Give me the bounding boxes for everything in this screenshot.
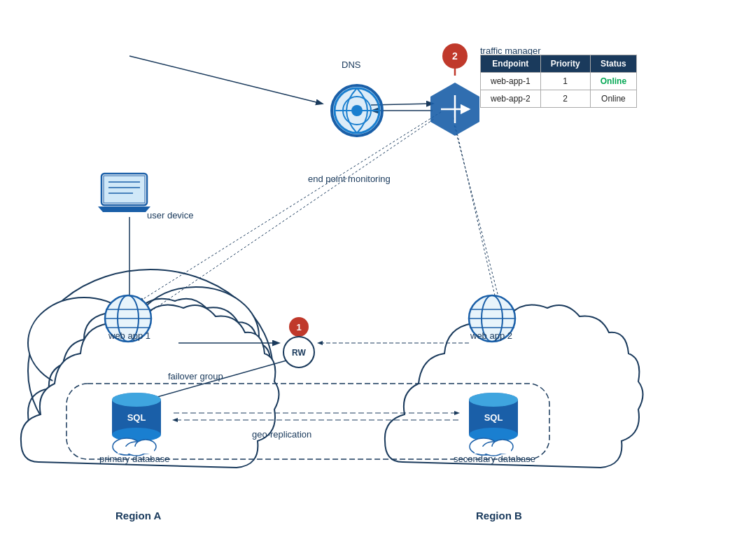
svg-point-56 [470,438,498,455]
svg-line-7 [140,112,441,301]
svg-point-42 [112,393,161,407]
svg-rect-50 [118,447,154,454]
svg-text:SQL: SQL [484,412,503,423]
user-device-label: user device [147,210,193,220]
table-header-priority: Priority [540,55,590,73]
svg-point-2 [133,287,259,385]
svg-text:SQL: SQL [127,412,146,423]
svg-point-45 [112,393,161,407]
svg-rect-4 [66,384,549,459]
svg-text:2: 2 [452,50,458,62]
table-header-endpoint: Endpoint [481,55,541,73]
svg-point-64 [442,43,468,69]
svg-point-18 [330,84,384,137]
status-2: Online [590,90,636,108]
dns-label: DNS [342,59,360,70]
region-b-label: Region B [476,510,522,522]
svg-line-8 [454,118,497,304]
svg-point-53 [469,428,518,442]
svg-rect-52 [469,400,518,435]
svg-point-51 [469,393,518,407]
svg-point-23 [332,85,382,136]
traffic-manager-table: Endpoint Priority Status web-app-1 1 Onl… [480,55,637,108]
svg-rect-38 [104,176,145,203]
svg-point-60 [289,317,309,337]
svg-line-5 [129,56,322,104]
table-header-status: Status [590,55,636,73]
svg-point-62 [283,337,314,368]
svg-point-47 [113,438,141,455]
primary-database-label: primary database [99,454,169,464]
svg-point-49 [135,440,156,454]
svg-text:1: 1 [296,322,301,332]
table-row: web-app-1 1 Online [481,73,637,90]
geo-replication-label: geo-replication [252,429,311,440]
svg-line-16 [371,104,433,105]
svg-point-21 [351,105,363,116]
priority-1: 1 [540,73,590,90]
svg-point-20 [343,97,371,125]
priority-2: 2 [540,90,590,108]
svg-text:RW: RW [292,348,306,358]
web-app-2-label: web app 2 [470,330,512,341]
failover-group-label: failover group [168,371,223,382]
table-row: web-app-2 2 Online [481,90,637,108]
svg-marker-24 [430,83,479,136]
svg-rect-59 [475,447,511,454]
diagram-container: SQL SQL 1 RW [0,0,744,560]
svg-rect-43 [112,400,161,435]
svg-point-19 [335,88,379,133]
secondary-database-label: secondary database [454,454,535,464]
svg-point-0 [28,270,273,472]
svg-point-58 [492,440,513,454]
end-point-monitoring-label: end point monitoring [308,174,391,184]
svg-point-44 [112,428,161,442]
svg-point-1 [28,298,140,388]
svg-rect-37 [101,174,147,205]
endpoint-1: web-app-1 [481,73,541,90]
endpoint-2: web-app-2 [481,90,541,108]
web-app-1-label: web app 1 [108,330,150,341]
svg-line-15 [454,122,504,318]
status-1: Online [590,73,636,90]
svg-point-54 [469,393,518,407]
region-a-label: Region A [115,510,161,522]
